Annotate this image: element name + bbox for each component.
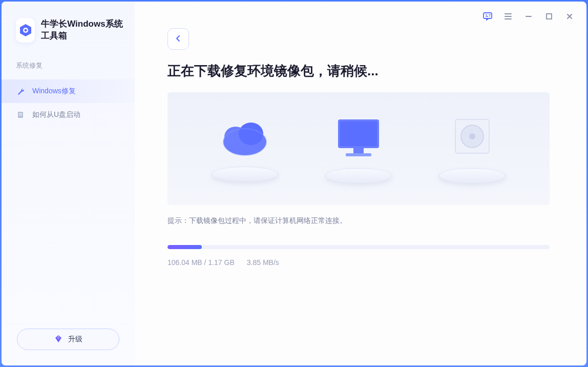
sidebar-item-label: Windows修复 [32, 87, 76, 96]
hint-text: 提示：下载镜像包过程中，请保证计算机网络正常连接。 [167, 216, 550, 226]
page-title: 正在下载修复环境镜像包，请稍候... [167, 62, 550, 80]
menu-button[interactable] [502, 11, 514, 22]
upgrade-button[interactable]: 升级 [17, 329, 119, 350]
svg-rect-15 [346, 153, 371, 156]
app-title: 牛学长Windows系统工具箱 [41, 18, 124, 42]
svg-rect-13 [340, 121, 377, 146]
svg-text:T: T [489, 14, 491, 17]
progress-speed: 3.85 MB/s [247, 258, 279, 267]
svg-rect-7 [547, 14, 552, 19]
hint-prefix: 提示： [167, 216, 189, 225]
titlebar: T [482, 11, 575, 22]
monitor-icon [325, 114, 392, 184]
upgrade-label: 升级 [68, 335, 82, 344]
svg-point-1 [24, 29, 27, 32]
hint-body: 下载镜像包过程中，请保证计算机网络正常连接。 [189, 216, 347, 225]
sidebar: 牛学长Windows系统工具箱 系统修复 Windows修复 如何从U盘启动 [2, 2, 135, 365]
document-icon [16, 110, 25, 119]
logo-area: 牛学长Windows系统工具箱 [2, 18, 135, 43]
sidebar-item-label: 如何从U盘启动 [32, 110, 80, 119]
progress-fill [167, 245, 202, 249]
feedback-button[interactable]: T [482, 11, 493, 22]
main-content: T 正在下载修复环境镜像包，请稍候... [135, 2, 586, 365]
diamond-icon [54, 334, 63, 345]
sidebar-item-windows-repair[interactable]: Windows修复 [2, 79, 135, 103]
svg-rect-3 [19, 113, 22, 114]
cloud-icon [212, 115, 278, 182]
close-button[interactable] [564, 11, 575, 22]
svg-rect-14 [353, 148, 364, 153]
chevron-left-icon [174, 34, 182, 44]
download-illustration [167, 92, 550, 205]
disc-icon [439, 114, 506, 184]
svg-point-18 [469, 133, 475, 139]
progress-info: 106.04 MB / 1.17 GB 3.85 MB/s [167, 258, 550, 267]
progress-size: 106.04 MB / 1.17 GB [167, 258, 235, 267]
progress-bar [167, 245, 550, 249]
sidebar-item-usb-boot[interactable]: 如何从U盘启动 [2, 103, 135, 127]
maximize-button[interactable] [543, 11, 555, 22]
sidebar-section-label: 系统修复 [2, 61, 135, 70]
app-logo-icon [16, 18, 35, 43]
back-button[interactable] [167, 28, 189, 50]
svg-rect-4 [19, 115, 22, 115]
minimize-button[interactable] [523, 11, 534, 22]
svg-point-10 [239, 123, 263, 145]
app-window: 牛学长Windows系统工具箱 系统修复 Windows修复 如何从U盘启动 [2, 2, 586, 365]
wrench-icon [16, 87, 25, 96]
